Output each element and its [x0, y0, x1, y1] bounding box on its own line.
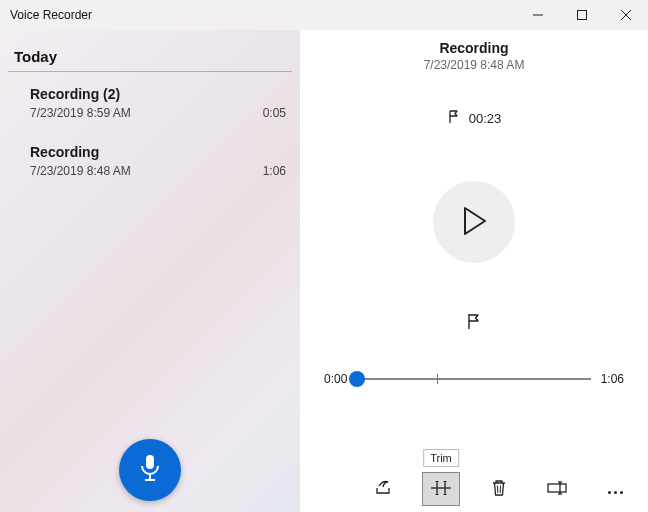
current-recording-timestamp: 7/23/2019 8:48 AM	[424, 58, 525, 72]
trim-button[interactable]: Trim	[422, 472, 460, 506]
svg-marker-12	[435, 493, 439, 495]
microphone-icon	[138, 453, 162, 486]
marker-time: 00:23	[469, 111, 502, 126]
share-icon	[374, 479, 392, 500]
svg-marker-11	[435, 481, 439, 483]
seek-thumb[interactable]	[349, 371, 365, 387]
time-start: 0:00	[324, 372, 347, 386]
marker-entry[interactable]: 00:23	[447, 110, 502, 127]
flag-icon	[465, 313, 483, 334]
more-icon	[606, 482, 624, 497]
close-button[interactable]	[604, 0, 648, 30]
time-end: 1:06	[601, 372, 624, 386]
trim-icon	[431, 480, 451, 499]
add-marker-button[interactable]	[460, 309, 488, 337]
play-button[interactable]	[433, 181, 515, 263]
recording-item-duration: 1:06	[263, 164, 286, 178]
svg-marker-14	[443, 493, 447, 495]
record-button[interactable]	[119, 439, 181, 501]
delete-button[interactable]	[480, 472, 518, 506]
current-recording-title[interactable]: Recording	[424, 40, 525, 56]
trim-tooltip: Trim	[423, 449, 459, 467]
svg-marker-13	[443, 481, 447, 483]
divider	[8, 71, 292, 72]
share-button[interactable]	[364, 472, 402, 506]
recording-item-name: Recording (2)	[30, 86, 286, 102]
rename-icon	[547, 481, 567, 498]
svg-rect-4	[146, 455, 154, 469]
svg-marker-7	[465, 208, 485, 234]
recording-item-name: Recording	[30, 144, 286, 160]
rename-button[interactable]	[538, 472, 576, 506]
svg-rect-17	[548, 484, 566, 492]
action-bar: Trim	[364, 472, 634, 506]
recording-item-duration: 0:05	[263, 106, 286, 120]
window-title: Voice Recorder	[10, 8, 92, 22]
marker-tick	[437, 374, 438, 384]
maximize-button[interactable]	[560, 0, 604, 30]
trash-icon	[491, 479, 507, 500]
titlebar: Voice Recorder	[0, 0, 648, 30]
svg-rect-1	[578, 11, 587, 20]
play-icon	[461, 206, 487, 239]
main-panel: Recording 7/23/2019 8:48 AM 00:23	[300, 30, 648, 512]
recording-item[interactable]: Recording 7/23/2019 8:48 AM 1:06	[0, 132, 300, 190]
more-button[interactable]	[596, 472, 634, 506]
recording-item-timestamp: 7/23/2019 8:48 AM	[30, 164, 131, 178]
recording-item-timestamp: 7/23/2019 8:59 AM	[30, 106, 131, 120]
timeline: 0:00 1:06	[324, 371, 624, 387]
group-header-today: Today	[0, 30, 300, 71]
flag-icon	[447, 110, 461, 127]
sidebar: Today Recording (2) 7/23/2019 8:59 AM 0:…	[0, 30, 300, 512]
recording-item[interactable]: Recording (2) 7/23/2019 8:59 AM 0:05	[0, 74, 300, 132]
seek-slider[interactable]	[357, 371, 590, 387]
minimize-button[interactable]	[516, 0, 560, 30]
